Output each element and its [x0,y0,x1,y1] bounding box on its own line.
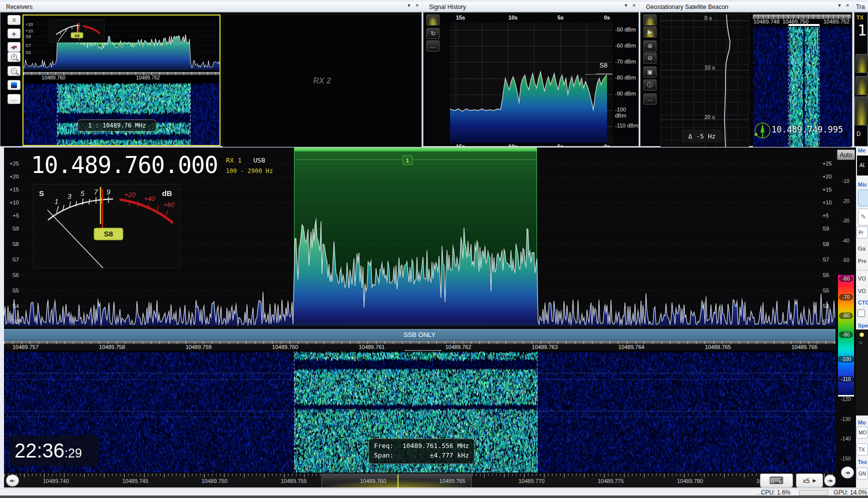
spectrum-axis-label: +15 [6,186,19,192]
frequency-scale-label: 10489.763 [528,344,562,350]
frequency-navigator[interactable]: 10489.74010489.74510489.75010489.7551048… [4,474,836,488]
sidebar-button[interactable]: MO [856,426,868,438]
spectrum-axis-label: S9 [6,226,19,232]
sidebar-label: VO [858,288,866,294]
panel-close-icon[interactable]: ✕ [632,3,636,8]
zoom-out-icon[interactable]: ⊖ [644,52,656,64]
s-meter-digit: 9 [106,188,110,196]
signal-history-chart[interactable] [450,22,612,143]
beacon-panel-title[interactable]: Geostationary Satellite Beacon [640,2,852,12]
mic-select-button[interactable] [858,190,868,206]
frequency-scale-label: 10489.758 [94,344,130,350]
spectrum-axis-label: S3 [822,318,829,324]
sidebar-header: CTC [858,300,868,306]
record-icon[interactable]: ○ [426,14,440,26]
spectrum-axis-label: S4 [6,303,19,309]
navigator-step-right-button[interactable]: ↠ [824,474,836,486]
sidebar-button[interactable]: TX [856,444,868,456]
crosshair-icon[interactable]: ⊕ [644,40,656,52]
panel-close-icon[interactable]: ✕ [415,3,419,8]
passband-marker-badge[interactable]: 1 [402,156,412,165]
cpu-usage: . CPU: 1.6% [758,489,790,496]
mute-icon[interactable]: ◀✕ [8,42,20,52]
record-icon[interactable]: ○ [644,14,656,26]
receivers-panel-title[interactable]: Receivers [0,2,422,12]
spectrum-axis-label: +10 [822,200,832,206]
edit-icon[interactable]: ✎ [858,208,868,226]
more-icon[interactable]: … [426,40,440,52]
beacon-drift-chart[interactable] [660,14,749,147]
zoom-out-icon[interactable]: − [8,66,20,76]
more-icon[interactable]: … [644,94,656,104]
rx1-mini-waterfall[interactable] [24,83,220,145]
navigator-frequency-label[interactable]: 10489.750 [198,478,230,484]
mode-label[interactable]: USB [254,156,265,164]
navigator-frequency-label[interactable]: 10489.745 [120,478,152,484]
sidebar-button[interactable]: GN [856,468,868,480]
add-receiver-icon[interactable]: + [8,28,20,38]
signal-history-title[interactable]: Signal History [423,2,639,12]
sidebar-label: VO [858,276,866,282]
rx2-thumbnail[interactable]: RX 2 [222,14,422,147]
speed-button[interactable]: x5▶ [796,474,823,488]
play-icon[interactable]: ▶ [644,26,656,38]
s-meter-digit: +20 [124,191,136,198]
rx-number-label[interactable]: RX 1 [226,156,242,164]
frequency-scale-label: 10489.762 [441,344,476,350]
zoom-in-icon[interactable]: + [8,52,20,62]
ctcss-checkbox[interactable] [858,310,865,317]
palette-scroll-button[interactable]: ↠ [841,466,854,478]
navigator-frequency-label[interactable]: 10489.775 [595,478,627,484]
navigator-frequency-label[interactable]: 10489.740 [40,478,72,484]
beacon-time-label: 20 s [704,114,715,120]
sidebar-button[interactable]: Pr [856,226,868,238]
sidebar-label: Ga [858,246,866,252]
panel-menu-icon[interactable]: ▼ [838,3,842,8]
s-meter-digit: 7 [94,188,98,196]
filter-bandwidth-label[interactable]: 100 - 2900 Hz [226,168,273,174]
navigator-frequency-label[interactable]: 10489.760 [357,478,389,484]
beacon-selection-bracket[interactable] [788,24,820,26]
info-icon[interactable]: ⓘ [644,80,656,90]
beacon-tuning-dial[interactable] [754,122,770,140]
sidebar-header: Me [858,148,866,154]
tx-button-2[interactable] [856,76,868,95]
frequency-scale-label: 10489.759 [181,344,216,350]
speed-arrow-icon[interactable]: ▶ [812,478,816,483]
navigator-frequency-label[interactable]: 10489.770 [516,478,548,484]
auto-range-button[interactable]: Auto [837,150,855,160]
more-icon[interactable]: … [8,94,20,104]
dbm-axis-label: -100 dBm [615,106,638,118]
transmit-panel-title[interactable]: Tra [854,2,868,12]
waterfall-passband-marker [405,350,441,351]
tx-button-3[interactable] [854,96,868,126]
panel-close-icon[interactable]: ✕ [846,3,850,8]
menu-icon[interactable]: ≡ [8,15,20,25]
frequency-display[interactable]: 10.489.760.000 [31,152,218,178]
palette-label: -140 [836,436,856,442]
navigator-frequency-label[interactable]: 10489.765 [436,478,468,484]
keyboard-entry-button[interactable]: ⌨ [760,474,793,488]
s-meter-digit: 5 [80,190,84,198]
spectrum-frequency-scale[interactable]: 10489.75710489.75810489.75910489.7601048… [4,341,836,350]
refresh-icon[interactable]: ↻ [426,28,440,39]
palette-label: -60 [839,276,853,282]
palette-gradient[interactable]: -60-70-80-90-100-110 [838,275,854,396]
circle-icon[interactable]: ○ [859,340,862,346]
waterfall-icon[interactable] [8,80,20,90]
band-plan-bar[interactable]: SSB ONLY [4,329,836,341]
s-meter-digit: 3 [68,192,72,200]
tx-button-1[interactable] [856,54,868,73]
palette-label: -150 [836,456,856,462]
spectrum-axis-label: +10 [6,200,19,206]
panel-menu-icon[interactable]: ▼ [624,3,628,8]
navigator-frequency-label[interactable]: 10489.755 [278,478,310,484]
signal-history-title-text: Signal History [429,4,466,10]
navigator-step-left-button[interactable]: ↞ [6,474,19,486]
navigator-frequency-label[interactable]: 10489.780 [674,478,706,484]
rx1-thumbnail[interactable]: +20+10S9S7S5 S8 10489.76010489.762 [22,14,220,146]
panel-menu-icon[interactable]: ▼ [407,3,412,8]
rx1-axis-label: S7 [26,43,31,48]
save-icon[interactable]: ▣ [644,66,656,78]
time-axis-label: 0s [601,14,613,20]
